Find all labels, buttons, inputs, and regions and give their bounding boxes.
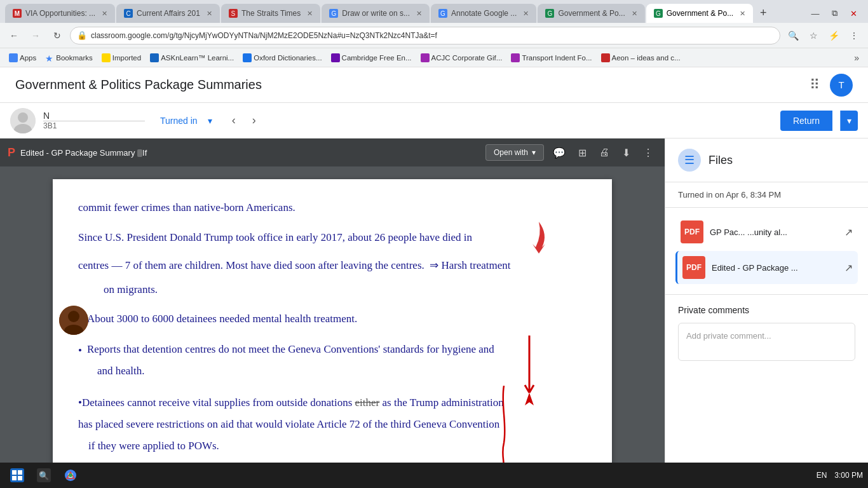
page-title: Government & Politics Package Summaries bbox=[15, 78, 802, 92]
address-text: classroom.google.com/g/tg/NjcyMjYwODYyNT… bbox=[91, 31, 437, 40]
comment-input-box[interactable]: Add private comment... bbox=[678, 323, 855, 361]
search-icon[interactable]: 🔍 bbox=[784, 27, 802, 44]
more-pdf-options-icon[interactable]: ⋮ bbox=[639, 144, 657, 161]
nav-icons-right: 🔍 ☆ ⚡ ⋮ bbox=[784, 27, 863, 44]
add-page-button[interactable]: ⊞ bbox=[574, 144, 590, 161]
taskbar-language: EN bbox=[811, 471, 832, 480]
file-item-2[interactable]: PDF Edited - GP Package ... ↗ bbox=[675, 251, 858, 284]
tab-close-gov2[interactable]: ✕ bbox=[740, 10, 745, 18]
prev-student-button[interactable]: ‹ bbox=[225, 112, 243, 130]
bookmark-bookmarks-label: Bookmarks bbox=[56, 54, 93, 62]
page-header: Government & Politics Package Summaries … bbox=[0, 67, 868, 103]
download-button[interactable]: ⬇ bbox=[618, 144, 634, 161]
file-item-1[interactable]: PDF GP Pac... ...unity al... ↗ bbox=[675, 215, 858, 248]
sidebar-tab-icon[interactable]: ☰ bbox=[684, 153, 695, 167]
bookmark-bookmarks[interactable]: ★ Bookmarks bbox=[41, 52, 97, 64]
tab-label-straits-times: The Straits Times bbox=[241, 9, 301, 18]
bookmark-cambridge[interactable]: Cambridge Free En... bbox=[327, 52, 416, 64]
return-dropdown-button[interactable]: ▾ bbox=[840, 111, 858, 131]
tab-close-gmail[interactable]: ✕ bbox=[102, 10, 107, 18]
pdf-main-content: centres — 7 of them are children. Most h… bbox=[78, 255, 587, 457]
tab-close-annotate[interactable]: ✕ bbox=[523, 10, 529, 18]
next-student-button[interactable]: › bbox=[245, 112, 263, 130]
pdf-document[interactable]: commit fewer crimes than native-born Ame… bbox=[0, 166, 665, 488]
bookmark-apps[interactable]: Apps bbox=[5, 52, 40, 64]
taskbar-chrome[interactable] bbox=[58, 466, 83, 485]
pdf-bullet-2: • Reports that detention centres do not … bbox=[78, 339, 587, 382]
bookmark-asknlearn-label: ASKnLearn™ Learni... bbox=[161, 54, 234, 62]
svg-point-13 bbox=[69, 473, 72, 477]
svg-rect-7 bbox=[12, 470, 17, 475]
refresh-button[interactable]: ↻ bbox=[48, 27, 66, 44]
pdf-title-suffix bbox=[137, 149, 142, 157]
student-row: 3B1 Turned in ▾ ‹ › Return ▾ bbox=[0, 103, 868, 139]
maximize-button[interactable]: ⧉ bbox=[827, 6, 841, 20]
tab-close-draw[interactable]: ✕ bbox=[416, 10, 422, 18]
bookmark-transport[interactable]: Transport Indent Fo... bbox=[507, 52, 595, 64]
student-inline-avatar bbox=[59, 306, 88, 335]
bookmark-imported[interactable]: Imported bbox=[98, 52, 145, 64]
open-with-dropdown-icon: ▾ bbox=[532, 148, 536, 157]
pdf-bullet-3: •Detainees cannot receive vital supplies… bbox=[78, 392, 587, 457]
tab-label-gov2: Government & Po... bbox=[667, 9, 733, 18]
file-external-link-icon-2[interactable]: ↗ bbox=[844, 262, 853, 274]
comment-button[interactable]: 💬 bbox=[549, 144, 569, 161]
transport-icon bbox=[511, 53, 520, 62]
new-tab-button[interactable]: + bbox=[754, 4, 772, 22]
bookmarks-bar: Apps ★ Bookmarks Imported ASKnLearn™ Lea… bbox=[0, 48, 868, 67]
close-button[interactable]: ✕ bbox=[846, 6, 860, 20]
extensions-icon[interactable]: ⚡ bbox=[825, 27, 843, 44]
tab-current-affairs[interactable]: C Current Affairs 201 ✕ bbox=[116, 4, 220, 23]
sidebar-header: ☰ Files bbox=[665, 139, 868, 182]
windows-icon bbox=[10, 468, 24, 482]
forward-button[interactable]: → bbox=[27, 27, 44, 44]
student-name-input[interactable] bbox=[43, 111, 145, 121]
pdf-top-text: commit fewer crimes than native-born Ame… bbox=[78, 201, 295, 214]
oxford-icon bbox=[243, 53, 252, 62]
tab-gmail[interactable]: M VIA Opportunities: ... ✕ bbox=[5, 4, 115, 23]
tab-close-gov1[interactable]: ✕ bbox=[632, 10, 637, 18]
address-bar[interactable]: 🔒 classroom.google.com/g/tg/NjcyMjYwODYy… bbox=[70, 27, 780, 44]
bookmark-aeon[interactable]: Aeon – ideas and c... bbox=[597, 52, 684, 64]
red-annotation-arrow2 bbox=[498, 386, 510, 475]
svg-rect-8 bbox=[18, 470, 22, 475]
comment-placeholder: Add private comment... bbox=[686, 331, 771, 341]
tab-gov-pol-2[interactable]: G Government & Po... ✕ bbox=[646, 4, 753, 23]
bookmark-imported-label: Imported bbox=[112, 54, 141, 62]
navigation-bar: ← → ↻ 🔒 classroom.google.com/g/tg/NjcyMj… bbox=[0, 23, 868, 48]
aeon-icon bbox=[601, 53, 610, 62]
student-avatar-svg bbox=[10, 108, 36, 133]
taskbar-start[interactable] bbox=[5, 466, 29, 485]
tab-straits-times[interactable]: S The Straits Times ✕ bbox=[221, 4, 320, 23]
tab-draw[interactable]: G Draw or write on s... ✕ bbox=[322, 4, 430, 23]
bookmarks-more-button[interactable]: » bbox=[850, 51, 863, 64]
bookmark-acjc[interactable]: ACJC Corporate Gif... bbox=[417, 52, 506, 64]
more-options-icon[interactable]: ⋮ bbox=[845, 27, 863, 44]
open-with-button[interactable]: Open with ▾ bbox=[485, 144, 544, 161]
pdf-page: commit fewer crimes than native-born Ame… bbox=[53, 179, 612, 488]
bookmark-oxford[interactable]: Oxford Dictionaries... bbox=[239, 52, 325, 64]
svg-rect-10 bbox=[18, 476, 22, 480]
pdf-subtitle: Since U.S. President Donald Trump took o… bbox=[78, 228, 587, 248]
minimize-button[interactable]: — bbox=[808, 6, 822, 20]
tab-annotate[interactable]: G Annotate Google ... ✕ bbox=[431, 4, 536, 23]
bookmark-asknlearn[interactable]: ASKnLearn™ Learni... bbox=[146, 52, 238, 64]
file-name-1: GP Pac... ...unity al... bbox=[710, 227, 787, 237]
navigation-arrows: ‹ › bbox=[225, 112, 263, 130]
cambridge-icon bbox=[331, 53, 340, 62]
pdf-line-on-migrants: on migrants. bbox=[78, 279, 587, 301]
status-dropdown[interactable]: ▾ bbox=[208, 116, 212, 126]
tab-close-straits-times[interactable]: ✕ bbox=[307, 10, 313, 18]
pdf-toolbar: P Edited - GP Package Summary If Open wi… bbox=[0, 139, 665, 166]
back-button[interactable]: ← bbox=[5, 27, 23, 44]
google-apps-icon[interactable]: ⠿ bbox=[810, 77, 820, 93]
taskbar-search[interactable]: 🔍 bbox=[32, 466, 56, 485]
return-button[interactable]: Return bbox=[780, 111, 832, 131]
tab-gov-pol-1[interactable]: G Government & Po... ✕ bbox=[538, 4, 644, 23]
tab-close-current-affairs[interactable]: ✕ bbox=[207, 10, 212, 18]
file-external-link-icon-1[interactable]: ↗ bbox=[844, 226, 853, 238]
bookmark-icon[interactable]: ☆ bbox=[804, 27, 822, 44]
user-avatar[interactable]: T bbox=[830, 74, 853, 97]
tab-label-draw: Draw or write on s... bbox=[342, 9, 410, 18]
print-button[interactable]: 🖨 bbox=[595, 144, 613, 161]
